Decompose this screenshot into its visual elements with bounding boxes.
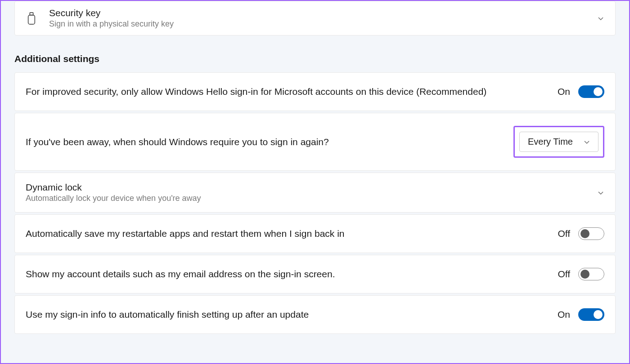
restartable-apps-row: Automatically save my restartable apps a…: [14, 214, 616, 253]
require-signin-row: If you've been away, when should Windows…: [14, 113, 616, 171]
dynamic-lock-subtitle: Automatically lock your device when you'…: [26, 194, 201, 203]
restartable-apps-toggle[interactable]: [578, 227, 604, 240]
chevron-down-icon: [584, 139, 590, 145]
dynamic-lock-title: Dynamic lock: [26, 182, 201, 193]
finish-setup-text: Use my sign-in info to automatically fin…: [26, 309, 309, 320]
account-details-row: Show my account details such as my email…: [14, 255, 616, 293]
svg-rect-1: [28, 15, 35, 24]
chevron-down-icon: [597, 189, 604, 196]
security-key-title: Security key: [49, 8, 174, 18]
toggle-knob: [594, 310, 603, 319]
chevron-down-icon: [597, 15, 604, 22]
require-signin-dropdown[interactable]: Every Time: [519, 132, 598, 152]
account-details-controls: Off: [558, 268, 604, 280]
hello-signin-text: For improved security, only allow Window…: [26, 86, 486, 97]
restartable-apps-text: Automatically save my restartable apps a…: [26, 228, 345, 239]
hello-signin-row: For improved security, only allow Window…: [14, 72, 616, 111]
toggle-knob: [580, 270, 590, 279]
restartable-apps-controls: Off: [558, 227, 604, 240]
security-key-row[interactable]: Security key Sign in with a physical sec…: [14, 1, 616, 36]
dropdown-highlight: Every Time: [513, 126, 604, 158]
account-details-state-label: Off: [558, 269, 570, 280]
dropdown-value: Every Time: [528, 137, 573, 147]
dynamic-lock-row[interactable]: Dynamic lock Automatically lock your dev…: [14, 173, 616, 213]
security-key-left: Security key Sign in with a physical sec…: [26, 8, 597, 29]
toggle-knob: [594, 87, 603, 96]
finish-setup-toggle[interactable]: [578, 308, 604, 321]
hello-signin-controls: On: [558, 85, 604, 98]
security-key-text: Security key Sign in with a physical sec…: [49, 8, 174, 29]
account-details-toggle[interactable]: [578, 268, 604, 280]
additional-settings-heading: Additional settings: [14, 53, 616, 64]
finish-setup-row: Use my sign-in info to automatically fin…: [14, 295, 616, 334]
toggle-knob: [580, 229, 590, 238]
hello-signin-state-label: On: [558, 86, 570, 97]
restartable-apps-state-label: Off: [558, 228, 570, 239]
finish-setup-state-label: On: [558, 309, 570, 320]
dynamic-lock-text: Dynamic lock Automatically lock your dev…: [26, 182, 201, 203]
usb-key-icon: [26, 10, 37, 27]
hello-signin-toggle[interactable]: [578, 85, 604, 98]
finish-setup-controls: On: [558, 308, 604, 321]
account-details-text: Show my account details such as my email…: [26, 269, 335, 280]
security-key-subtitle: Sign in with a physical security key: [49, 19, 174, 29]
require-signin-text: If you've been away, when should Windows…: [26, 137, 329, 147]
